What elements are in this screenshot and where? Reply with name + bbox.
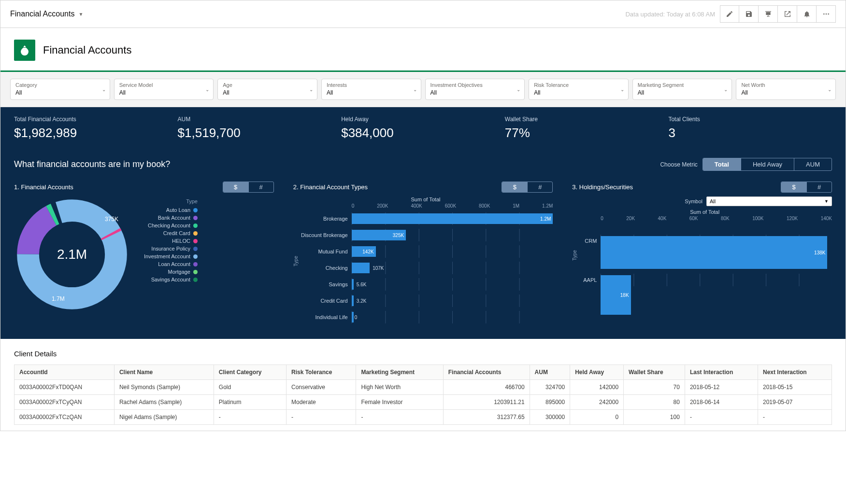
chart1-dollar-toggle[interactable]: $ xyxy=(223,182,248,192)
chart1-count-toggle[interactable]: # xyxy=(248,182,273,192)
legend-item[interactable]: Investment Account xyxy=(135,253,198,259)
table-row[interactable]: 0033A00002FxTCyQANRachel Adams (Sample)P… xyxy=(14,395,832,410)
table-cell: 2018-05-12 xyxy=(685,380,758,395)
tick-label: 600K xyxy=(445,203,456,209)
bar-category: Brokerage xyxy=(299,216,352,222)
column-header[interactable]: Wallet Share xyxy=(624,365,685,380)
column-header[interactable]: Risk Tolerance xyxy=(286,365,356,380)
filter-category[interactable]: CategoryAll⌄ xyxy=(10,79,110,100)
chart3-dollar-toggle[interactable]: $ xyxy=(781,182,806,192)
column-header[interactable]: Last Interaction xyxy=(685,365,758,380)
bar-value: 0 xyxy=(355,315,358,320)
kpi-value: $384,000 xyxy=(341,126,505,140)
bar-row[interactable]: Checking107K xyxy=(299,260,553,276)
symbol-select[interactable]: All ▼ xyxy=(706,196,832,206)
column-header[interactable]: Marketing Segment xyxy=(356,365,443,380)
bar-row[interactable]: Mutual Fund142K xyxy=(299,243,553,260)
column-header[interactable]: Client Name xyxy=(114,365,214,380)
filter-risk-tolerance[interactable]: Risk ToleranceAll⌄ xyxy=(529,79,629,100)
table-cell: - xyxy=(356,410,443,425)
bar-track: 107K xyxy=(352,262,553,274)
table-cell: Female Investor xyxy=(356,395,443,410)
table-cell: 312377.65 xyxy=(443,410,530,425)
donut-center-value: 2.1M xyxy=(14,196,130,312)
bar-value: 138K xyxy=(814,250,825,255)
column-header[interactable]: Next Interaction xyxy=(758,365,832,380)
column-header[interactable]: AUM xyxy=(530,365,570,380)
table-cell: - xyxy=(758,410,832,425)
table-cell: 1203911.21 xyxy=(443,395,530,410)
save-button[interactable] xyxy=(739,5,759,23)
bar-row[interactable]: Individual Life0 xyxy=(299,309,553,325)
kpi-wallet-share: Wallet Share77% xyxy=(505,116,669,140)
bar-row[interactable]: Savings5.6K xyxy=(299,276,553,293)
legend-item[interactable]: Savings Account xyxy=(135,277,198,282)
legend-label: HELOC xyxy=(172,238,190,244)
notifications-button[interactable] xyxy=(797,5,817,23)
filter-value: All xyxy=(15,89,22,96)
donut-chart[interactable]: 2.1M 375K 1.7M xyxy=(14,196,130,312)
legend-item[interactable]: Credit Card xyxy=(135,230,198,236)
more-button[interactable] xyxy=(817,5,836,23)
table-row[interactable]: 0033A00002FxTD0QANNeil Symonds (Sample)G… xyxy=(14,380,832,395)
bar-track: 5.6K xyxy=(352,278,553,291)
bar-row[interactable]: Discount Brokerage325K xyxy=(299,227,553,243)
legend-label: Loan Account xyxy=(158,261,190,267)
legend-item[interactable]: Bank Account xyxy=(135,215,198,221)
metric-chooser: Choose Metric TotalHeld AwayAUM xyxy=(660,158,832,171)
chart2-dollar-toggle[interactable]: $ xyxy=(502,182,527,192)
filter-interests[interactable]: InterestsAll⌄ xyxy=(321,79,421,100)
metric-option-total[interactable]: Total xyxy=(703,158,741,170)
client-details-section: Client Details AccountIdClient NameClien… xyxy=(0,339,846,431)
bar-category: AAPL xyxy=(577,277,601,283)
filter-net-worth[interactable]: Net WorthAll⌄ xyxy=(736,79,836,100)
filter-value: All xyxy=(223,89,229,96)
column-header[interactable]: Client Category xyxy=(214,365,286,380)
kpi-label: Total Clients xyxy=(668,116,832,123)
legend-item[interactable]: Mortgage xyxy=(135,269,198,275)
metric-option-held-away[interactable]: Held Away xyxy=(741,158,794,170)
legend-item[interactable]: HELOC xyxy=(135,238,198,244)
metric-option-aum[interactable]: AUM xyxy=(794,158,832,170)
bar-value: 1.2M xyxy=(540,216,551,222)
chevron-down-icon: ⌄ xyxy=(620,87,624,92)
kpi-value: $1,519,700 xyxy=(178,126,342,140)
bar-value: 107K xyxy=(373,266,384,271)
column-header[interactable]: AccountId xyxy=(14,365,115,380)
filter-investment-objectives[interactable]: Investment ObjectivesAll⌄ xyxy=(425,79,525,100)
table-row[interactable]: 0033A00002FxTCzQANNigel Adams (Sample)--… xyxy=(14,410,832,425)
bar-row[interactable]: Brokerage1.2M xyxy=(299,210,553,227)
kpi-label: Wallet Share xyxy=(505,116,669,123)
filter-age[interactable]: AgeAll⌄ xyxy=(217,79,317,100)
tick-label: 0 xyxy=(601,216,603,221)
filter-service-model[interactable]: Service ModelAll⌄ xyxy=(114,79,214,100)
table-cell: Nigel Adams (Sample) xyxy=(114,410,214,425)
chart2-bars[interactable]: Brokerage1.2MDiscount Brokerage325KMutua… xyxy=(299,210,553,325)
bar-row[interactable]: Credit Card3.2K xyxy=(299,293,553,309)
share-button[interactable] xyxy=(778,5,797,23)
legend-item[interactable]: Checking Account xyxy=(135,223,198,228)
legend-item[interactable]: Insurance Policy xyxy=(135,246,198,252)
tick-label: 0 xyxy=(352,203,355,209)
bar-fill xyxy=(352,279,354,290)
edit-button[interactable] xyxy=(720,5,739,23)
topbar-title-dropdown[interactable]: Financial Accounts ▼ xyxy=(10,10,83,18)
chart3-count-toggle[interactable]: # xyxy=(806,182,832,192)
presentation-icon xyxy=(764,10,772,18)
legend-item[interactable]: Auto Loan xyxy=(135,207,198,213)
table-cell: 2018-05-15 xyxy=(758,380,832,395)
bar-row[interactable]: CRM138K xyxy=(577,223,832,259)
legend-item[interactable]: Loan Account xyxy=(135,261,198,267)
column-header[interactable]: Held Away xyxy=(570,365,624,380)
charts-section: What financial accounts are in my book? … xyxy=(0,148,846,339)
client-table[interactable]: AccountIdClient NameClient CategoryRisk … xyxy=(14,364,832,425)
column-header[interactable]: Financial Accounts xyxy=(443,365,530,380)
chart3-bars[interactable]: CRM138KAAPL18K xyxy=(577,223,832,301)
chart2-count-toggle[interactable]: # xyxy=(527,182,552,192)
kpi-label: AUM xyxy=(178,116,342,123)
kpi-row: Total Financial Accounts$1,982,989AUM$1,… xyxy=(0,107,846,148)
bar-fill: 325K xyxy=(352,230,406,240)
present-button[interactable] xyxy=(759,5,778,23)
donut-slice-label-b: 1.7M xyxy=(52,295,65,302)
filter-marketing-segment[interactable]: Marketing SegmentAll⌄ xyxy=(632,79,732,100)
